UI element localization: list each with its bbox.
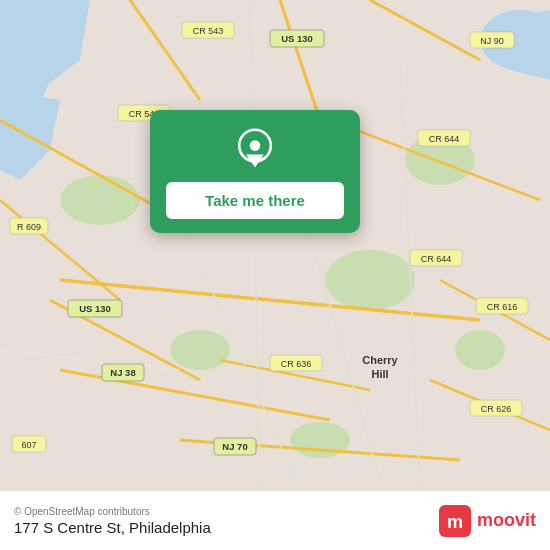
svg-text:CR 626: CR 626	[481, 404, 512, 414]
svg-point-6	[325, 250, 415, 310]
popup-card: Take me there	[150, 110, 360, 233]
svg-rect-0	[0, 0, 550, 490]
svg-text:CR 644: CR 644	[421, 254, 452, 264]
svg-text:CR 616: CR 616	[487, 302, 518, 312]
svg-text:NJ 90: NJ 90	[480, 36, 504, 46]
map-container[interactable]: CR 543 CR 543 US 130 NJ 90 R 609 CR 644 …	[0, 0, 550, 490]
svg-point-4	[60, 175, 140, 225]
moovit-logo: m moovit	[439, 505, 536, 537]
svg-text:CR 636: CR 636	[281, 359, 312, 369]
take-me-there-button[interactable]: Take me there	[166, 182, 344, 219]
svg-text:CR 644: CR 644	[429, 134, 460, 144]
svg-text:US 130: US 130	[79, 303, 111, 314]
address-text: 177 S Centre St, Philadelphia	[14, 519, 211, 536]
moovit-label: moovit	[477, 510, 536, 531]
svg-text:R 609: R 609	[17, 222, 41, 232]
bottom-bar: © OpenStreetMap contributors 177 S Centr…	[0, 490, 550, 550]
svg-point-5	[170, 330, 230, 370]
svg-text:NJ 38: NJ 38	[110, 367, 135, 378]
svg-text:CR 543: CR 543	[193, 26, 224, 36]
location-pin-icon	[233, 128, 277, 172]
svg-text:m: m	[447, 512, 463, 532]
address-section: © OpenStreetMap contributors 177 S Centr…	[14, 506, 211, 536]
svg-point-8	[455, 330, 505, 370]
svg-text:US 130: US 130	[281, 33, 313, 44]
moovit-icon: m	[439, 505, 471, 537]
map-background: CR 543 CR 543 US 130 NJ 90 R 609 CR 644 …	[0, 0, 550, 490]
copyright-text: © OpenStreetMap contributors	[14, 506, 211, 517]
svg-text:607: 607	[21, 440, 36, 450]
svg-text:Hill: Hill	[371, 368, 388, 380]
svg-text:Cherry: Cherry	[362, 354, 398, 366]
svg-text:NJ 70: NJ 70	[222, 441, 247, 452]
svg-point-62	[250, 140, 261, 151]
